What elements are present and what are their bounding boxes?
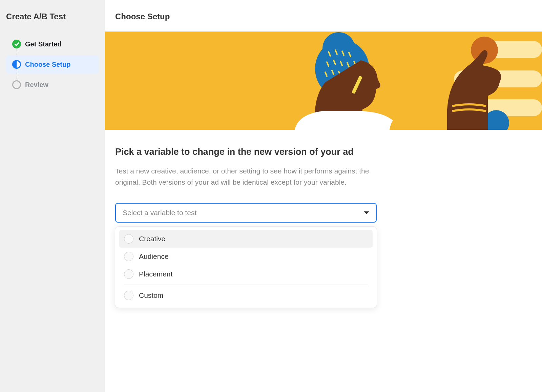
- main-content: Choose Setup: [105, 0, 542, 392]
- step-review[interactable]: Review: [6, 76, 99, 94]
- option-label: Placement: [139, 270, 172, 278]
- step-get-started[interactable]: Get Started: [6, 35, 99, 53]
- step-choose-setup[interactable]: Choose Setup: [6, 55, 99, 74]
- step-label: Choose Setup: [25, 61, 70, 68]
- option-label: Audience: [139, 252, 169, 261]
- radio-icon: [124, 269, 133, 279]
- option-placement[interactable]: Placement: [119, 265, 373, 283]
- section-description: Test a new creative, audience, or other …: [115, 166, 373, 188]
- hero-illustration: [105, 32, 542, 130]
- radio-icon: [124, 252, 133, 261]
- divider: [124, 285, 368, 285]
- option-label: Custom: [139, 291, 163, 300]
- sidebar: Create A/B Test Get Started Choose Setup…: [0, 0, 105, 392]
- sidebar-title: Create A/B Test: [6, 12, 99, 21]
- section-title: Pick a variable to change in the new ver…: [115, 147, 532, 157]
- caret-down-icon: [364, 211, 369, 214]
- radio-icon: [124, 291, 133, 300]
- option-creative[interactable]: Creative: [119, 230, 373, 248]
- dropdown-menu: Creative Audience Placement Custom: [115, 227, 377, 308]
- option-custom[interactable]: Custom: [119, 287, 373, 304]
- dropdown-placeholder: Select a variable to test: [123, 209, 196, 217]
- half-circle-icon: [12, 60, 21, 69]
- circle-icon: [12, 80, 21, 89]
- content-section: Pick a variable to change in the new ver…: [105, 130, 542, 318]
- option-audience[interactable]: Audience: [119, 248, 373, 265]
- radio-icon: [124, 234, 133, 244]
- step-label: Get Started: [25, 40, 62, 48]
- page-title: Choose Setup: [105, 0, 542, 32]
- option-label: Creative: [139, 235, 165, 243]
- check-icon: [12, 40, 21, 48]
- step-label: Review: [25, 81, 48, 89]
- variable-dropdown[interactable]: Select a variable to test: [115, 203, 377, 223]
